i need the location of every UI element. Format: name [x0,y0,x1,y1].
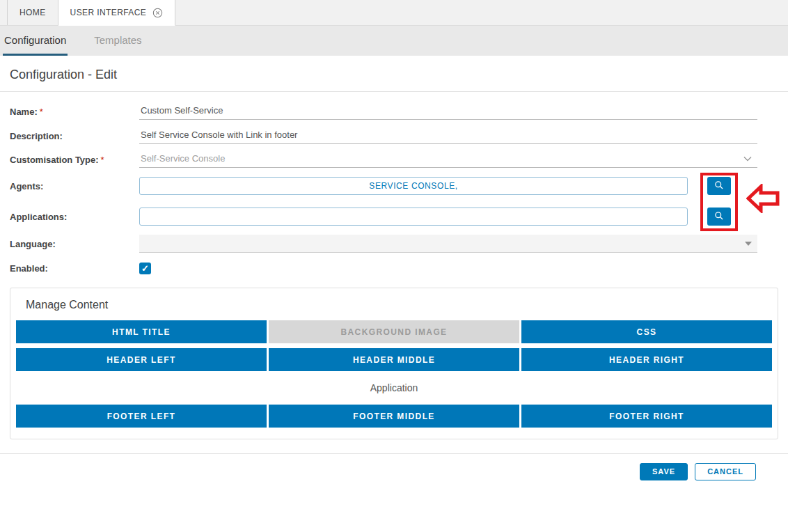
footer-left-button[interactable]: FOOTER LEFT [16,405,267,428]
form-row-language: Language: [10,235,788,253]
tab-user-interface-label: USER INTERFACE [70,8,147,17]
language-select [139,235,757,253]
language-label: Language: [10,239,139,249]
enabled-label: Enabled: [10,263,139,274]
form-row-description: Description: [10,127,788,144]
customisation-type-select: Self-Service Console [139,151,757,168]
name-label: Name:* [10,107,139,117]
html-title-button[interactable]: HTML TITLE [16,320,267,343]
tab-user-interface[interactable]: USER INTERFACE [58,0,176,26]
window-tab-bar: HOME USER INTERFACE [0,0,788,26]
header-right-button[interactable]: HEADER RIGHT [521,348,772,371]
tab-templates-label: Templates [94,34,141,46]
tab-home[interactable]: HOME [7,0,58,25]
required-asterisk: * [101,155,104,165]
header-middle-button[interactable]: HEADER MIDDLE [269,348,519,371]
name-input[interactable] [139,103,757,120]
customisation-type-value: Self-Service Console [141,153,225,164]
save-button[interactable]: SAVE [640,463,688,480]
applications-search-button[interactable] [707,208,731,226]
configuration-form: Name:* Description: Customisation Type:*… [0,92,788,275]
tab-configuration[interactable]: Configuration [3,26,68,56]
manage-content-section: Manage Content HTML TITLE BACKGROUND IMA… [10,288,778,439]
tab-home-label: HOME [19,8,46,17]
header-left-button[interactable]: HEADER LEFT [16,348,267,371]
form-row-agents: Agents: [10,176,788,196]
form-row-applications: Applications: [10,207,788,226]
description-label: Description: [10,131,139,141]
agents-input[interactable] [139,177,688,195]
page-title: Configuration - Edit [10,67,778,82]
agents-search-button[interactable] [707,177,731,195]
search-icon [714,211,724,223]
manage-content-grid: HTML TITLE BACKGROUND IMAGE CSS HEADER L… [16,320,772,428]
footer-middle-button[interactable]: FOOTER MIDDLE [269,405,519,428]
form-row-customisation-type: Customisation Type:* Self-Service Consol… [10,151,788,168]
manage-content-title: Manage Content [16,298,772,312]
applications-label: Applications: [10,212,139,222]
form-row-enabled: Enabled: ✓ [10,261,788,275]
agents-label: Agents: [10,181,139,191]
card-header: Configuration - Edit [0,56,788,92]
chevron-down-icon [743,156,752,162]
cancel-button[interactable]: CANCEL [695,463,756,480]
application-label: Application [16,376,772,400]
search-icon [714,180,724,192]
applications-input[interactable] [139,208,688,226]
check-icon: ✓ [141,264,149,273]
caret-down-icon [745,242,752,246]
background-image-button: BACKGROUND IMAGE [269,320,519,343]
required-asterisk: * [40,107,43,117]
nav-tab-bar: Configuration Templates [0,26,788,56]
enabled-checkbox[interactable]: ✓ [139,263,151,274]
tab-configuration-label: Configuration [4,34,66,46]
tab-templates[interactable]: Templates [93,26,143,56]
actions-bar: SAVE CANCEL [0,453,788,480]
customisation-type-label: Customisation Type:* [10,155,139,165]
css-button[interactable]: CSS [521,320,772,343]
description-input[interactable] [139,127,757,144]
form-row-name: Name:* [10,103,788,120]
footer-right-button[interactable]: FOOTER RIGHT [521,405,772,428]
close-tab-icon[interactable] [152,8,163,18]
